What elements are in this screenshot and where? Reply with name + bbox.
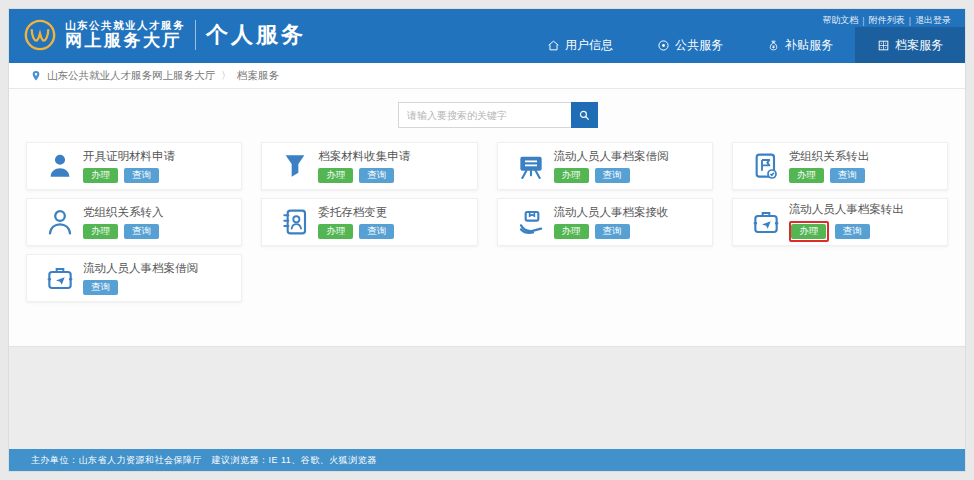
query-button[interactable]: 查询	[595, 224, 630, 239]
portal-title: 个人服务	[206, 20, 306, 50]
query-button[interactable]: 查询	[124, 224, 159, 239]
page: 山东公共就业人才服务 网上服务大厅 个人服务 帮助文档 | 附件列表 | 退出登…	[8, 8, 966, 472]
card-party-transfer-out: 党组织关系转出 办理 查询	[732, 142, 948, 190]
handle-button[interactable]: 办理	[789, 168, 824, 183]
card-collect-materials: 档案材料收集申请 办理 查询	[261, 142, 477, 190]
main-nav: 用户信息 公共服务 补贴服务 档案服务	[525, 27, 965, 63]
search-row	[9, 89, 965, 128]
search-button[interactable]	[571, 102, 598, 128]
breadcrumb: 山东公共就业人才服务网上服务大厅 〉 档案服务	[9, 63, 965, 89]
card-title: 流动人员人事档案转出	[789, 202, 904, 217]
annotation-red-box: 办理	[789, 221, 829, 241]
top-links: 帮助文档 | 附件列表 | 退出登录	[822, 14, 951, 27]
card-title: 档案材料收集申请	[318, 149, 410, 164]
nav-item-user-info[interactable]: 用户信息	[525, 27, 635, 63]
main-content: 开具证明材料申请 办理 查询 档案材料收集申请 办理 查询	[9, 89, 965, 346]
handle-button[interactable]: 办理	[554, 168, 589, 183]
query-button[interactable]: 查询	[83, 280, 118, 295]
logo-line1: 山东公共就业人才服务	[65, 19, 185, 31]
card-archive-borrow-2: 流动人员人事档案借阅 查询	[26, 254, 242, 302]
card-title: 开具证明材料申请	[83, 149, 175, 164]
footer-text: 主办单位：山东省人力资源和社会保障厅 建议浏览器：IE 11、谷歌、火狐浏览器	[31, 454, 377, 467]
card-archive-transfer-out: 流动人员人事档案转出 办理 查询	[732, 198, 948, 246]
card-title: 委托存档变更	[318, 205, 394, 220]
hand-receive-icon	[508, 202, 554, 242]
query-button[interactable]: 查询	[359, 224, 394, 239]
briefcase-send-icon	[743, 202, 789, 242]
logo: 山东公共就业人才服务 网上服务大厅 个人服务	[23, 18, 306, 52]
briefcase-send-icon	[37, 258, 83, 298]
card-archive-receive: 流动人员人事档案接收 办理 查询	[497, 198, 713, 246]
logo-text: 山东公共就业人才服务 网上服务大厅	[65, 19, 185, 51]
card-title: 党组织关系转出	[789, 149, 870, 164]
subsidy-icon	[767, 39, 780, 52]
breadcrumb-current: 档案服务	[237, 69, 279, 83]
card-issue-certificate: 开具证明材料申请 办理 查询	[26, 142, 242, 190]
query-button[interactable]: 查询	[124, 168, 159, 183]
document-flag-icon	[743, 146, 789, 186]
globe-icon	[657, 39, 670, 52]
header: 山东公共就业人才服务 网上服务大厅 个人服务 帮助文档 | 附件列表 | 退出登…	[9, 9, 965, 63]
card-title: 党组织关系转入	[83, 205, 164, 220]
logo-divider	[195, 20, 196, 50]
nav-item-public-services[interactable]: 公共服务	[635, 27, 745, 63]
card-title: 流动人员人事档案借阅	[554, 149, 669, 164]
footer: 主办单位：山东省人力资源和社会保障厅 建议浏览器：IE 11、谷歌、火狐浏览器	[9, 449, 965, 471]
help-doc-link[interactable]: 帮助文档	[822, 14, 858, 27]
nav-label: 用户信息	[565, 37, 613, 54]
query-button[interactable]: 查询	[830, 168, 865, 183]
address-book-icon	[272, 202, 318, 242]
handle-button[interactable]: 办理	[83, 224, 118, 239]
query-button[interactable]: 查询	[595, 168, 630, 183]
top-link-separator: |	[909, 16, 911, 26]
handle-button[interactable]: 办理	[791, 224, 826, 239]
person-outline-icon	[37, 202, 83, 242]
search-input[interactable]	[398, 102, 571, 128]
top-link-separator: |	[862, 16, 864, 26]
nav-item-archive-services[interactable]: 档案服务	[855, 27, 965, 63]
site-emblem-icon	[23, 18, 57, 52]
archive-icon	[877, 39, 890, 52]
easel-board-icon	[508, 146, 554, 186]
logo-line2: 网上服务大厅	[65, 31, 185, 51]
nav-label: 档案服务	[895, 37, 943, 54]
card-entrust-change: 委托存档变更 办理 查询	[261, 198, 477, 246]
breadcrumb-root[interactable]: 山东公共就业人才服务网上服务大厅	[47, 69, 215, 83]
home-icon	[547, 39, 560, 52]
nav-label: 补贴服务	[785, 37, 833, 54]
attachment-list-link[interactable]: 附件列表	[869, 14, 905, 27]
nav-item-subsidy-services[interactable]: 补贴服务	[745, 27, 855, 63]
handle-button[interactable]: 办理	[318, 168, 353, 183]
query-button[interactable]: 查询	[359, 168, 394, 183]
card-party-transfer-in: 党组织关系转入 办理 查询	[26, 198, 242, 246]
handle-button[interactable]: 办理	[554, 224, 589, 239]
logout-link[interactable]: 退出登录	[915, 14, 951, 27]
search-icon	[578, 109, 591, 122]
service-card-grid: 开具证明材料申请 办理 查询 档案材料收集申请 办理 查询	[26, 142, 948, 302]
person-solid-icon	[37, 146, 83, 186]
breadcrumb-separator: 〉	[221, 69, 231, 83]
card-title: 流动人员人事档案借阅	[83, 261, 198, 276]
nav-label: 公共服务	[675, 37, 723, 54]
location-pin-icon	[31, 70, 41, 82]
handle-button[interactable]: 办理	[318, 224, 353, 239]
card-title: 流动人员人事档案接收	[554, 205, 669, 220]
lower-gray-strip	[9, 346, 965, 449]
card-archive-borrow: 流动人员人事档案借阅 办理 查询	[497, 142, 713, 190]
search-box	[398, 102, 598, 128]
query-button[interactable]: 查询	[835, 224, 870, 239]
handle-button[interactable]: 办理	[83, 168, 118, 183]
funnel-icon	[272, 146, 318, 186]
